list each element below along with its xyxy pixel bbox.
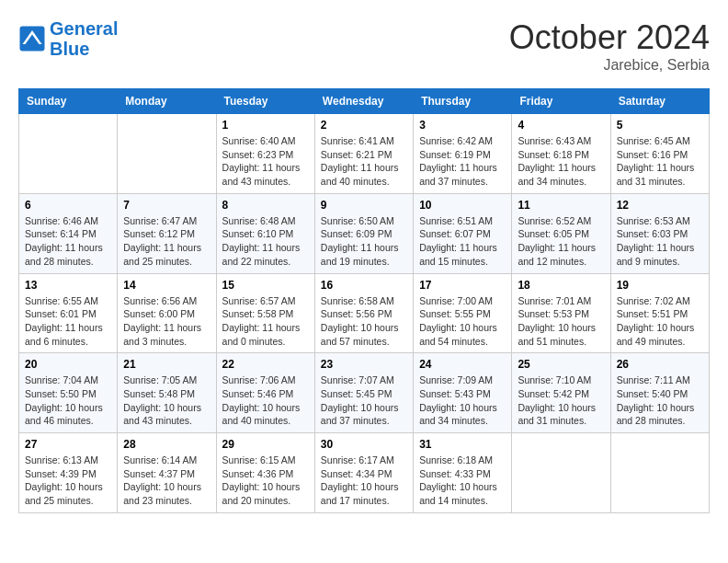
calendar-cell: 26Sunrise: 7:11 AM Sunset: 5:40 PM Dayli… (610, 353, 709, 433)
calendar-cell: 2Sunrise: 6:41 AM Sunset: 6:21 PM Daylig… (314, 114, 413, 194)
calendar-cell: 18Sunrise: 7:01 AM Sunset: 5:53 PM Dayli… (512, 273, 610, 353)
calendar-cell: 24Sunrise: 7:09 AM Sunset: 5:43 PM Dayli… (414, 353, 512, 433)
weekday-header: Sunday (19, 89, 118, 114)
day-number: 18 (518, 279, 604, 292)
day-info: Sunrise: 7:10 AM Sunset: 5:42 PM Dayligh… (518, 373, 604, 428)
logo-icon (18, 25, 46, 52)
day-number: 26 (617, 358, 703, 371)
calendar-cell: 27Sunrise: 6:13 AM Sunset: 4:39 PM Dayli… (19, 433, 118, 513)
day-number: 21 (123, 358, 210, 371)
calendar-cell: 17Sunrise: 7:00 AM Sunset: 5:55 PM Dayli… (414, 273, 512, 353)
calendar-cell: 29Sunrise: 6:15 AM Sunset: 4:36 PM Dayli… (216, 433, 314, 513)
day-number: 3 (419, 119, 506, 132)
day-number: 5 (617, 119, 703, 132)
calendar-cell: 11Sunrise: 6:52 AM Sunset: 6:05 PM Dayli… (512, 193, 610, 273)
calendar-cell: 14Sunrise: 6:56 AM Sunset: 6:00 PM Dayli… (118, 273, 216, 353)
day-number: 24 (419, 358, 506, 371)
calendar-cell: 19Sunrise: 7:02 AM Sunset: 5:51 PM Dayli… (610, 273, 709, 353)
calendar-cell: 5Sunrise: 6:45 AM Sunset: 6:16 PM Daylig… (610, 114, 709, 194)
calendar-table: SundayMondayTuesdayWednesdayThursdayFrid… (18, 88, 710, 513)
calendar-cell (512, 433, 610, 513)
day-number: 22 (222, 358, 309, 371)
day-info: Sunrise: 6:17 AM Sunset: 4:34 PM Dayligh… (321, 454, 407, 508)
day-number: 12 (617, 199, 703, 212)
day-info: Sunrise: 6:51 AM Sunset: 6:07 PM Dayligh… (419, 214, 506, 269)
day-info: Sunrise: 6:13 AM Sunset: 4:39 PM Dayligh… (25, 454, 111, 508)
day-info: Sunrise: 7:00 AM Sunset: 5:55 PM Dayligh… (419, 294, 506, 349)
day-info: Sunrise: 6:56 AM Sunset: 6:00 PM Dayligh… (123, 294, 210, 349)
day-number: 20 (25, 358, 111, 371)
day-info: Sunrise: 7:04 AM Sunset: 5:50 PM Dayligh… (25, 373, 111, 428)
day-number: 27 (25, 438, 111, 451)
day-number: 29 (222, 438, 309, 451)
day-info: Sunrise: 6:18 AM Sunset: 4:33 PM Dayligh… (419, 454, 506, 508)
calendar-cell: 1Sunrise: 6:40 AM Sunset: 6:23 PM Daylig… (216, 114, 314, 194)
calendar-cell: 9Sunrise: 6:50 AM Sunset: 6:09 PM Daylig… (314, 193, 413, 273)
day-info: Sunrise: 6:46 AM Sunset: 6:14 PM Dayligh… (25, 214, 111, 269)
day-info: Sunrise: 6:41 AM Sunset: 6:21 PM Dayligh… (321, 134, 407, 189)
day-info: Sunrise: 6:47 AM Sunset: 6:12 PM Dayligh… (123, 214, 210, 269)
page-header: General Blue October 2024 Jarebice, Serb… (18, 18, 710, 74)
day-number: 15 (222, 279, 309, 292)
day-info: Sunrise: 6:45 AM Sunset: 6:16 PM Dayligh… (617, 134, 703, 189)
calendar-header-row: SundayMondayTuesdayWednesdayThursdayFrid… (19, 89, 710, 114)
day-number: 16 (321, 279, 407, 292)
weekday-header: Wednesday (314, 89, 413, 114)
calendar-cell: 3Sunrise: 6:42 AM Sunset: 6:19 PM Daylig… (414, 114, 512, 194)
location-title: Jarebice, Serbia (509, 57, 710, 74)
logo: General Blue (18, 18, 118, 59)
day-info: Sunrise: 7:05 AM Sunset: 5:48 PM Dayligh… (123, 373, 210, 428)
day-number: 11 (518, 199, 604, 212)
day-number: 6 (25, 199, 111, 212)
calendar-cell: 10Sunrise: 6:51 AM Sunset: 6:07 PM Dayli… (414, 193, 512, 273)
day-info: Sunrise: 6:48 AM Sunset: 6:10 PM Dayligh… (222, 214, 309, 269)
day-info: Sunrise: 6:15 AM Sunset: 4:36 PM Dayligh… (222, 454, 309, 508)
day-info: Sunrise: 6:53 AM Sunset: 6:03 PM Dayligh… (617, 214, 703, 269)
calendar-cell: 31Sunrise: 6:18 AM Sunset: 4:33 PM Dayli… (414, 433, 512, 513)
day-number: 9 (321, 199, 407, 212)
calendar-cell (19, 114, 118, 194)
month-title: October 2024 (509, 18, 710, 57)
day-info: Sunrise: 6:50 AM Sunset: 6:09 PM Dayligh… (321, 214, 407, 269)
weekday-header: Tuesday (216, 89, 314, 114)
day-info: Sunrise: 6:14 AM Sunset: 4:37 PM Dayligh… (123, 454, 210, 508)
day-info: Sunrise: 7:07 AM Sunset: 5:45 PM Dayligh… (321, 373, 407, 428)
day-number: 7 (123, 199, 210, 212)
calendar-cell: 21Sunrise: 7:05 AM Sunset: 5:48 PM Dayli… (118, 353, 216, 433)
weekday-header: Friday (512, 89, 610, 114)
calendar-cell: 12Sunrise: 6:53 AM Sunset: 6:03 PM Dayli… (610, 193, 709, 273)
day-number: 14 (123, 279, 210, 292)
calendar-cell: 8Sunrise: 6:48 AM Sunset: 6:10 PM Daylig… (216, 193, 314, 273)
day-number: 1 (222, 119, 309, 132)
day-info: Sunrise: 6:52 AM Sunset: 6:05 PM Dayligh… (518, 214, 604, 269)
calendar-cell (610, 433, 709, 513)
day-number: 13 (25, 279, 111, 292)
calendar-cell: 13Sunrise: 6:55 AM Sunset: 6:01 PM Dayli… (19, 273, 118, 353)
calendar-cell (118, 114, 216, 194)
calendar-week-row: 13Sunrise: 6:55 AM Sunset: 6:01 PM Dayli… (19, 273, 710, 353)
title-block: October 2024 Jarebice, Serbia (509, 18, 710, 74)
weekday-header: Thursday (414, 89, 512, 114)
day-number: 2 (321, 119, 407, 132)
day-number: 19 (617, 279, 703, 292)
calendar-cell: 22Sunrise: 7:06 AM Sunset: 5:46 PM Dayli… (216, 353, 314, 433)
logo-text: General Blue (50, 18, 118, 59)
calendar-cell: 28Sunrise: 6:14 AM Sunset: 4:37 PM Dayli… (118, 433, 216, 513)
day-info: Sunrise: 6:42 AM Sunset: 6:19 PM Dayligh… (419, 134, 506, 189)
day-info: Sunrise: 7:02 AM Sunset: 5:51 PM Dayligh… (617, 294, 703, 349)
day-info: Sunrise: 6:55 AM Sunset: 6:01 PM Dayligh… (25, 294, 111, 349)
day-info: Sunrise: 7:09 AM Sunset: 5:43 PM Dayligh… (419, 373, 506, 428)
day-info: Sunrise: 6:58 AM Sunset: 5:56 PM Dayligh… (321, 294, 407, 349)
day-info: Sunrise: 7:06 AM Sunset: 5:46 PM Dayligh… (222, 373, 309, 428)
logo-line1: General (50, 18, 118, 39)
day-info: Sunrise: 7:01 AM Sunset: 5:53 PM Dayligh… (518, 294, 604, 349)
calendar-cell: 20Sunrise: 7:04 AM Sunset: 5:50 PM Dayli… (19, 353, 118, 433)
day-info: Sunrise: 6:43 AM Sunset: 6:18 PM Dayligh… (518, 134, 604, 189)
calendar-cell: 6Sunrise: 6:46 AM Sunset: 6:14 PM Daylig… (19, 193, 118, 273)
day-number: 31 (419, 438, 506, 451)
weekday-header: Monday (118, 89, 216, 114)
day-info: Sunrise: 6:57 AM Sunset: 5:58 PM Dayligh… (222, 294, 309, 349)
calendar-cell: 7Sunrise: 6:47 AM Sunset: 6:12 PM Daylig… (118, 193, 216, 273)
logo-line2: Blue (50, 39, 89, 59)
calendar-cell: 25Sunrise: 7:10 AM Sunset: 5:42 PM Dayli… (512, 353, 610, 433)
